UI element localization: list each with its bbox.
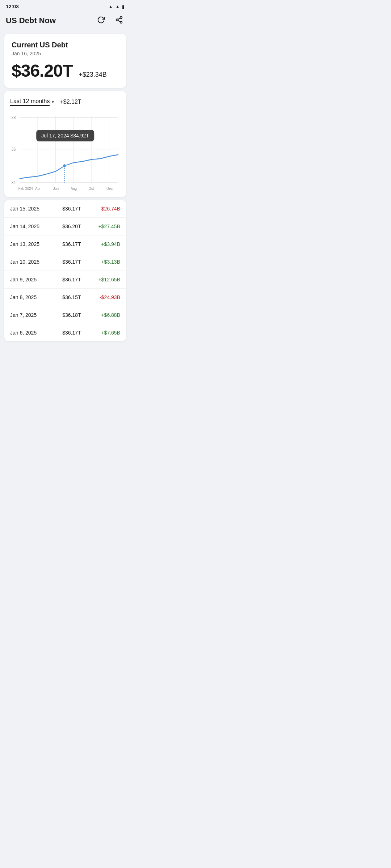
chart-container: 38 36 34 Feb 2024 Apr Jun Aug [10, 112, 120, 191]
row-value: $36.17T [55, 259, 88, 265]
status-time: 12:03 [6, 4, 19, 9]
row-value: $36.20T [55, 224, 88, 229]
card-date: Jan 16, 2025 [12, 51, 119, 56]
row-change: +$3.94B [88, 241, 120, 247]
svg-text:Aug: Aug [71, 186, 77, 191]
row-change: -$26.74B [88, 206, 120, 212]
current-debt-card: Current US Debt Jan 16, 2025 $36.20T +$2… [4, 34, 126, 88]
status-icons: ▲ ▲ ▮ [108, 4, 125, 9]
row-date: Jan 6, 2025 [10, 330, 55, 336]
row-date: Jan 9, 2025 [10, 277, 55, 282]
period-selector-button[interactable]: Last 12 months ▾ [10, 97, 54, 107]
svg-text:34: 34 [12, 180, 16, 185]
svg-text:38: 38 [12, 115, 16, 120]
table-row: Jan 9, 2025 $36.17T +$12.65B [4, 271, 126, 289]
share-button[interactable] [114, 14, 125, 26]
row-value: $36.18T [55, 312, 88, 318]
refresh-button[interactable] [96, 14, 106, 26]
table-row: Jan 14, 2025 $36.20T +$27.45B [4, 218, 126, 235]
svg-line-4 [118, 18, 120, 20]
toolbar-actions [96, 14, 125, 26]
row-change: -$24.93B [88, 294, 120, 300]
period-change: +$2.12T [60, 99, 81, 105]
row-change: +$27.45B [88, 224, 120, 229]
signal-icon: ▲ [108, 4, 113, 9]
row-value: $36.17T [55, 241, 88, 247]
svg-text:Jun: Jun [53, 186, 59, 191]
row-value: $36.17T [55, 330, 88, 336]
refresh-icon [97, 16, 105, 24]
toolbar: US Debt Now [0, 12, 130, 31]
app-title: US Debt Now [6, 16, 56, 25]
svg-text:Feb 2024: Feb 2024 [18, 186, 33, 191]
period-label: Last 12 months [10, 98, 50, 106]
row-value: $36.17T [55, 277, 88, 282]
battery-icon: ▮ [122, 4, 125, 9]
table-row: Jan 8, 2025 $36.15T -$24.93B [4, 289, 126, 306]
svg-text:Dec: Dec [106, 186, 113, 191]
table-row: Jan 15, 2025 $36.17T -$26.74B [4, 200, 126, 218]
chart-svg: 38 36 34 Feb 2024 Apr Jun Aug [10, 112, 120, 191]
row-date: Jan 8, 2025 [10, 294, 55, 300]
svg-text:Oct: Oct [89, 186, 94, 191]
row-date: Jan 13, 2025 [10, 241, 55, 247]
table-row: Jan 13, 2025 $36.17T +$3.94B [4, 235, 126, 253]
svg-line-3 [118, 20, 120, 22]
row-change: +$7.65B [88, 330, 120, 336]
table-row: Jan 10, 2025 $36.17T +$3.13B [4, 253, 126, 271]
row-change: +$3.13B [88, 259, 120, 265]
row-date: Jan 10, 2025 [10, 259, 55, 265]
row-date: Jan 7, 2025 [10, 312, 55, 318]
row-date: Jan 14, 2025 [10, 224, 55, 229]
svg-text:36: 36 [12, 147, 16, 152]
svg-text:Apr: Apr [35, 186, 41, 191]
row-change: +$12.65B [88, 277, 120, 282]
status-bar: 12:03 ▲ ▲ ▮ [0, 0, 130, 12]
chevron-down-icon: ▾ [52, 99, 54, 105]
share-icon [115, 16, 123, 24]
debt-change: +$23.34B [79, 71, 107, 78]
card-main-row: $36.20T +$23.34B [12, 61, 119, 81]
table-row: Jan 7, 2025 $36.18T +$6.88B [4, 306, 126, 324]
row-date: Jan 15, 2025 [10, 206, 55, 212]
wifi-icon: ▲ [115, 4, 120, 9]
card-label: Current US Debt [12, 41, 119, 49]
data-table: Jan 15, 2025 $36.17T -$26.74B Jan 14, 20… [4, 200, 126, 341]
row-value: $36.15T [55, 294, 88, 300]
row-value: $36.17T [55, 206, 88, 212]
chart-header: Last 12 months ▾ +$2.12T [10, 97, 120, 107]
debt-value: $36.20T [12, 61, 73, 81]
table-row: Jan 6, 2025 $36.17T +$7.65B [4, 324, 126, 341]
chart-section: Last 12 months ▾ +$2.12T 38 36 34 [4, 91, 126, 197]
row-change: +$6.88B [88, 312, 120, 318]
